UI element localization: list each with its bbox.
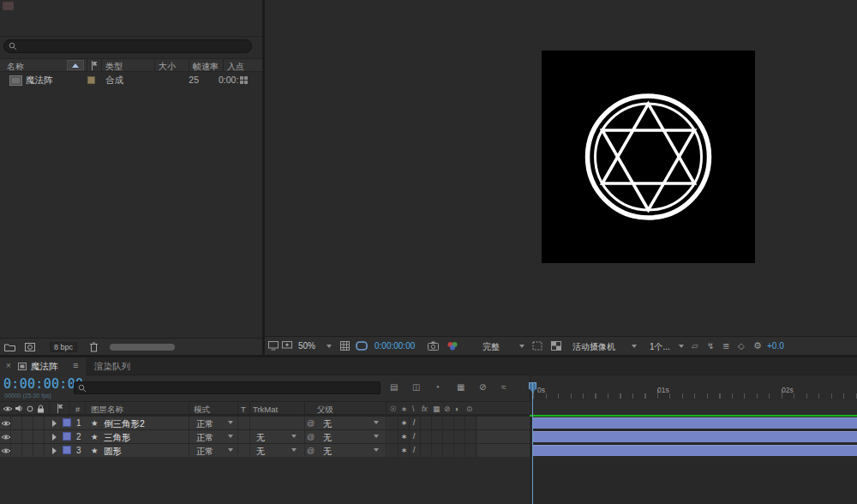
trkmat-select[interactable]: 无 [252, 444, 302, 457]
parent-select[interactable]: 无 [319, 430, 382, 443]
fast-previews-icon[interactable]: ↯ [707, 342, 714, 351]
column-size[interactable]: 大小 [159, 61, 176, 73]
item-name: 魔法阵 [26, 75, 53, 87]
layer-name[interactable]: 三角形 [104, 432, 131, 444]
new-folder-button[interactable] [4, 343, 15, 351]
panel-menu-icon[interactable]: ≡ [73, 360, 78, 370]
column-divider [304, 402, 305, 416]
settings-gear-icon[interactable]: ⚙ [753, 341, 762, 351]
layer-color-swatch[interactable] [63, 446, 71, 454]
layer-row[interactable]: 1 ★ 倒三角形2 正常 @ 无 ∗ / [0, 417, 857, 429]
graph-editor-icon[interactable]: ≈ [501, 383, 506, 392]
audio-column-icon [15, 405, 23, 412]
collapse-transformations-toggle[interactable]: ∗ [401, 447, 407, 454]
tab-composition[interactable]: × 魔法阵 ≡ [0, 357, 86, 375]
column-divider [87, 59, 87, 71]
blend-mode-value: 正常 [196, 446, 213, 458]
column-framerate[interactable]: 帧速率 [193, 61, 219, 73]
magnification-select[interactable]: 50% [294, 339, 337, 352]
item-label-swatch[interactable] [87, 76, 95, 84]
grid-options-icon[interactable] [340, 341, 350, 351]
parent-select[interactable]: 无 [319, 417, 382, 429]
parent-select[interactable]: 无 [319, 444, 382, 457]
show-channel-icon[interactable] [446, 341, 458, 351]
project-footer-toolbar: 8 bpc [0, 338, 262, 355]
hide-shy-layers-icon[interactable]: ◔ [434, 383, 440, 392]
layer-row[interactable]: 2 ★ 三角形 正常 无 @ 无 ∗ / [0, 430, 857, 443]
quality-toggle[interactable]: / [413, 447, 415, 454]
column-type[interactable]: 类型 [105, 61, 123, 73]
column-number[interactable]: # [75, 405, 80, 414]
blend-mode-select[interactable]: 正常 [192, 417, 236, 429]
frame-blending-icon[interactable]: ▦ [457, 383, 464, 392]
dropdown-caret-icon [374, 421, 379, 424]
project-search-input[interactable] [3, 39, 252, 53]
sort-ascending-indicator[interactable] [67, 60, 84, 70]
time-ruler[interactable]: 0s 01s 02s [530, 375, 857, 401]
layer-color-swatch[interactable] [63, 418, 71, 427]
snapshot-icon[interactable] [428, 341, 439, 351]
column-divider [154, 59, 155, 71]
collapse-transformations-toggle[interactable]: ∗ [401, 433, 407, 441]
composition-viewport[interactable] [542, 51, 755, 263]
layer-expand-arrow[interactable] [52, 420, 57, 427]
layer-name[interactable]: 圆形 [104, 446, 122, 458]
layer-expand-arrow[interactable] [52, 434, 57, 441]
timeline-button-icon[interactable]: ≣ [722, 342, 729, 351]
parent-pickwhip-icon[interactable]: @ [307, 447, 315, 455]
mini-flowchart-icon[interactable]: ▤ [390, 383, 398, 392]
quality-toggle[interactable]: / [413, 419, 415, 427]
column-t[interactable]: T [241, 405, 246, 414]
delete-button[interactable] [89, 342, 99, 352]
pixel-aspect-correction-icon[interactable]: ▱ [692, 342, 698, 351]
layer-visibility-toggle[interactable] [1, 420, 11, 427]
collapse-transformations-toggle[interactable]: ∗ [401, 419, 407, 427]
cell-divider [304, 417, 305, 429]
resolution-select[interactable]: 完整 [467, 339, 529, 352]
project-horizontal-scrollbar[interactable] [110, 344, 175, 351]
mask-path-visibility-icon[interactable] [356, 341, 368, 351]
blend-mode-select[interactable]: 正常 [192, 444, 236, 457]
tab-close-icon[interactable]: × [6, 361, 11, 370]
draft-3d-icon[interactable]: ◫ [412, 383, 420, 392]
current-time-indicator[interactable] [529, 382, 537, 504]
label-column-icon[interactable] [91, 61, 98, 70]
column-inpoint[interactable]: 入点 [227, 61, 244, 73]
layer-duration-bar[interactable] [532, 445, 857, 456]
trkmat-select[interactable]: 无 [252, 430, 302, 443]
3d-view-select[interactable]: 活动摄像机 [568, 339, 640, 352]
column-name[interactable]: 名称 [7, 61, 24, 73]
layer-expand-arrow[interactable] [52, 447, 57, 454]
tab-render-queue[interactable]: 渲染队列 [94, 361, 130, 373]
layer-duration-bar[interactable] [532, 431, 857, 442]
primary-viewer-icon[interactable] [282, 341, 292, 351]
blend-mode-select[interactable]: 正常 [192, 430, 236, 443]
layer-visibility-toggle[interactable] [1, 447, 11, 454]
parent-pickwhip-icon[interactable]: @ [307, 433, 315, 441]
timeline-search-input[interactable] [74, 381, 381, 394]
project-item-row[interactable]: 魔法阵 合成 25 0:00: [0, 73, 262, 87]
label-column-icon[interactable] [57, 404, 63, 413]
shape-layer-icon: ★ [91, 432, 99, 441]
current-timecode[interactable]: 0:00:00:00 [3, 376, 83, 392]
column-trkmat[interactable]: TrkMat [253, 405, 278, 414]
bit-depth-button[interactable]: 8 bpc [50, 342, 77, 352]
quality-toggle[interactable]: / [413, 433, 415, 441]
transparency-grid-icon[interactable] [551, 341, 561, 351]
layer-name[interactable]: 倒三角形2 [104, 418, 145, 430]
dropdown-caret-icon [291, 448, 297, 452]
flowchart-button-icon[interactable]: ◇ [738, 342, 745, 351]
viewer-timecode[interactable]: 0:00:00:00 [375, 341, 415, 351]
ruler-label: 01s [657, 386, 669, 394]
layer-color-swatch[interactable] [63, 432, 71, 441]
view-layout-select[interactable]: 1个... [645, 339, 686, 352]
region-of-interest-icon[interactable] [532, 341, 542, 351]
layer-visibility-toggle[interactable] [1, 434, 11, 441]
new-composition-button[interactable] [25, 343, 35, 351]
parent-pickwhip-icon[interactable]: @ [307, 419, 315, 428]
exposure-value[interactable]: +0.0 [767, 341, 784, 351]
always-preview-icon[interactable] [268, 341, 279, 351]
layer-duration-bar[interactable] [532, 417, 857, 429]
layer-row[interactable]: 3 ★ 圆形 正常 无 @ 无 ∗ / [0, 444, 857, 457]
motion-blur-icon[interactable]: ⊘ [479, 383, 486, 392]
